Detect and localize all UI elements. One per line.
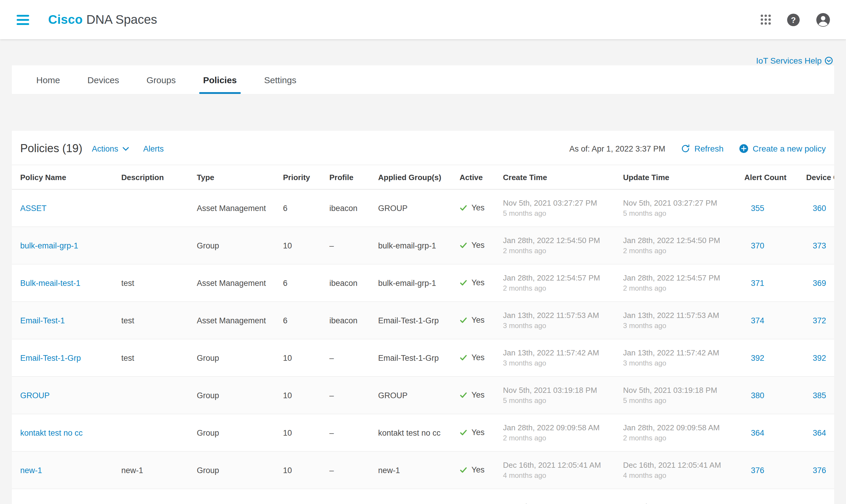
create-policy-button[interactable]: Create a new policy [739, 144, 826, 154]
alert-count-link[interactable]: 380 [751, 391, 764, 400]
help-icon[interactable]: ? [787, 13, 800, 26]
cell-device-count: 360 [798, 189, 834, 227]
device-count-link[interactable]: 376 [813, 466, 826, 474]
cell-device-count: 369 [798, 264, 834, 302]
active-status-label: Yes [471, 390, 485, 399]
update-time-ago: 3 months ago [623, 359, 730, 367]
create-time-value: Nov 5th, 2021 03:19:18 PM [503, 386, 609, 395]
refresh-button[interactable]: Refresh [681, 144, 723, 154]
alert-count-link[interactable]: 371 [751, 278, 764, 287]
user-avatar-icon[interactable] [816, 12, 830, 27]
table-row: ASSET Asset Management 6 ibeacon GROUP [12, 189, 834, 227]
policy-name-link[interactable]: new-1 [20, 466, 42, 474]
device-count-link[interactable]: 385 [813, 391, 826, 400]
cell-alert-count: 355 [736, 189, 798, 227]
table-row: GROUP Group 10 – GROUP Yes [12, 377, 834, 414]
cell-active: Yes [451, 339, 494, 377]
circle-arrow-icon [825, 56, 833, 65]
create-time-value: Jan 13th, 2022 11:57:53 AM [503, 311, 609, 320]
update-time-value: Jan 28th, 2022 09:09:58 AM [623, 423, 730, 432]
cell-policy-name: Bulk-meail-test-1 [12, 264, 113, 302]
actions-dropdown[interactable]: Actions [92, 144, 129, 153]
alert-count-link[interactable]: 370 [751, 241, 764, 250]
tab-bar: Home Devices Groups Policies Settings [12, 65, 834, 94]
cell-alert-count: 392 [736, 339, 798, 377]
cell-policy-name: Email-Test-1 [12, 302, 113, 339]
update-time-value: Nov 5th, 2021 03:19:18 PM [623, 386, 730, 395]
cell-update-time: Nov 5th, 2021 03:19:18 PM 5 months ago [615, 377, 736, 414]
table-row: new-1 new-1 Group 10 – new-1 Y [12, 451, 834, 489]
column-header-active: Active [451, 165, 494, 189]
device-count-link[interactable]: 392 [813, 353, 826, 362]
alerts-link[interactable]: Alerts [143, 144, 164, 153]
active-status-label: Yes [471, 278, 485, 287]
brand-logo: Cisco DNA Spaces [48, 13, 157, 27]
cell-type: Group [188, 377, 275, 414]
cell-alert-count: 376 [736, 451, 798, 489]
check-icon [460, 203, 467, 211]
hamburger-menu-icon[interactable] [16, 12, 30, 27]
cell-alert-count: 380 [736, 377, 798, 414]
cell-update-time: Jan 13th, 2022 11:57:42 AM 3 months ago [615, 339, 736, 377]
svg-text:?: ? [791, 16, 796, 24]
active-status-label: Yes [471, 353, 485, 362]
cell-device-count: 385 [798, 377, 834, 414]
device-count-link[interactable]: 360 [813, 203, 826, 213]
tab-settings[interactable]: Settings [263, 65, 298, 94]
column-header-description: Description [113, 165, 188, 189]
update-time-value: Jan 13th, 2022 11:57:42 AM [623, 348, 730, 357]
policy-name-link[interactable]: GROUP [20, 391, 50, 400]
column-header-policy-name: Policy Name [12, 165, 113, 189]
column-header-applied-groups: Applied Group(s) [370, 165, 451, 189]
alert-count-link[interactable]: 392 [751, 353, 764, 362]
apps-grid-icon[interactable] [760, 14, 771, 25]
device-count-link[interactable]: 372 [813, 316, 826, 325]
update-time-ago: 2 months ago [623, 434, 730, 442]
policy-name-link[interactable]: ASSET [20, 203, 47, 213]
device-count-link[interactable]: 369 [813, 278, 826, 287]
chevron-down-icon [123, 146, 129, 151]
policy-name-link[interactable]: Email-Test-1 [20, 316, 65, 325]
cell-update-time: Jan 28th, 2022 09:09:58 AM 2 months ago [615, 414, 736, 451]
iot-services-help-link[interactable]: IoT Services Help [756, 56, 833, 65]
alert-count-link[interactable]: 364 [751, 428, 764, 437]
tab-policies[interactable]: Policies [201, 65, 238, 94]
policy-name-link[interactable]: Bulk-meail-test-1 [20, 278, 80, 287]
tab-groups[interactable]: Groups [145, 65, 178, 94]
cell-update-time: Jan 28th, 2022 12:54:50 PM 2 months ago [615, 227, 736, 264]
cell-priority: 10 [275, 227, 321, 264]
alert-count-link[interactable]: 374 [751, 316, 764, 325]
update-time-ago: 2 months ago [623, 247, 730, 255]
alert-count-link[interactable]: 376 [751, 466, 764, 474]
cell-priority: 6 [275, 489, 321, 504]
cell-description: test [113, 339, 188, 377]
active-status-label: Yes [471, 315, 485, 324]
cell-update-time: Jan 28th, 2022 12:54:57 PM 2 months ago [615, 264, 736, 302]
policy-name-link[interactable]: Email-Test-1-Grp [20, 353, 81, 362]
policy-name-link[interactable]: bulk-email-grp-1 [20, 241, 78, 250]
cell-active: Yes [451, 264, 494, 302]
cell-type: Asset Management [188, 489, 275, 504]
cell-active: Yes [451, 189, 494, 227]
cell-device-count: 376 [798, 451, 834, 489]
device-count-link[interactable]: 373 [813, 241, 826, 250]
topbar-actions: ? [760, 12, 830, 27]
policies-toolbar: Policies (19) Actions Alerts As of: Apr … [12, 131, 834, 165]
policy-name-link[interactable]: kontakt test no cc [20, 428, 83, 437]
policies-card: Policies (19) Actions Alerts As of: Apr … [12, 131, 834, 504]
device-count-link[interactable]: 364 [813, 428, 826, 437]
create-time-value: Nov 5th, 2021 03:34:10 PM [503, 502, 609, 504]
tab-home[interactable]: Home [35, 65, 62, 94]
create-time-ago: 3 months ago [503, 322, 609, 330]
policies-table: Policy Name Description Type Priority Pr… [12, 165, 834, 504]
column-header-update-time: Update Time [615, 165, 736, 189]
active-status-label: Yes [471, 465, 485, 474]
alert-count-link[interactable]: 355 [751, 203, 764, 213]
cell-description [113, 189, 188, 227]
check-icon [460, 466, 467, 473]
cell-device-count: 372 [798, 302, 834, 339]
tab-devices[interactable]: Devices [86, 65, 121, 94]
cell-policy-name: kontakt test no cc [12, 414, 113, 451]
cell-description: test [113, 302, 188, 339]
cell-device-count: 392 [798, 339, 834, 377]
